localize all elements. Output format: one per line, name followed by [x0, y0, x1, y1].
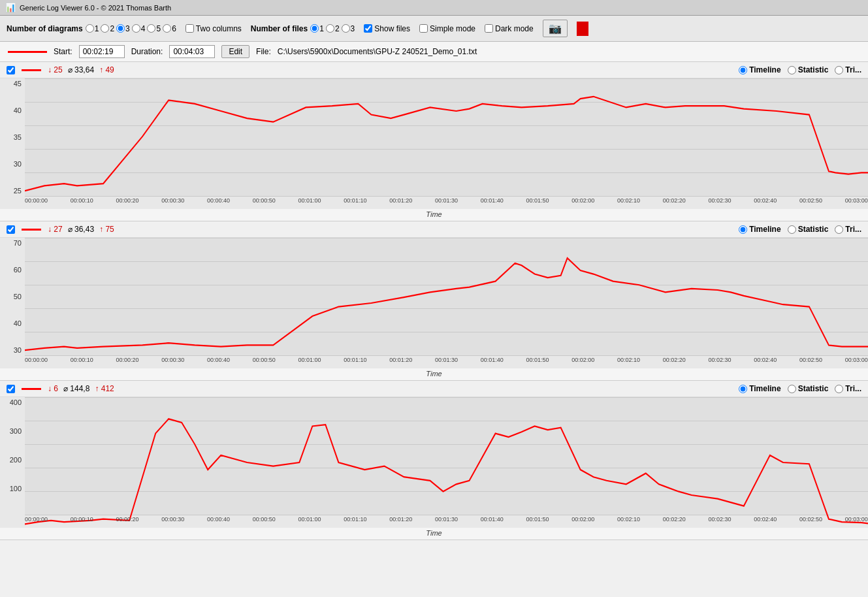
- chart-stats-2: ↓ 27⌀ 36,43↑ 75: [48, 225, 114, 234]
- view-option-1-2[interactable]: Tri...: [835, 65, 861, 74]
- file-3-radio[interactable]: [342, 24, 350, 33]
- chart-stats-1: ↓ 25⌀ 33,64↑ 49: [48, 65, 114, 74]
- view-radio-2-2[interactable]: [835, 225, 843, 234]
- view-option-1-0[interactable]: Timeline: [739, 65, 780, 74]
- simple-mode-checkbox[interactable]: [419, 24, 428, 33]
- chart-line-color-3: [22, 388, 41, 390]
- diagram-4-label[interactable]: 4: [132, 24, 146, 33]
- diagram-4-radio[interactable]: [132, 24, 140, 33]
- file-2-label[interactable]: 2: [326, 24, 340, 33]
- x-label: 00:02:50: [799, 516, 822, 523]
- file-2-radio[interactable]: [326, 24, 334, 33]
- stat-up-3: ↑ 412: [95, 384, 114, 393]
- edit-button[interactable]: Edit: [221, 45, 249, 58]
- two-columns-label[interactable]: Two columns: [185, 24, 242, 33]
- camera-button[interactable]: 📷: [543, 20, 568, 37]
- view-option-1-1[interactable]: Statistic: [788, 65, 829, 74]
- diagram-radio-group: 1 2 3 4 5 6: [86, 24, 176, 33]
- x-label: 00:00:20: [116, 197, 139, 204]
- chart-checkbox-2[interactable]: [7, 225, 15, 234]
- x-label: 00:02:30: [708, 357, 731, 363]
- duration-label: Duration:: [131, 47, 163, 56]
- view-option-3-2[interactable]: Tri...: [835, 384, 861, 393]
- time-label-1: Time: [0, 209, 868, 221]
- x-label: 00:01:40: [481, 197, 504, 204]
- diagram-2-radio[interactable]: [101, 24, 109, 33]
- dark-mode-checkbox[interactable]: [485, 24, 493, 33]
- chart-view-options-3: Timeline Statistic Tri...: [739, 384, 861, 393]
- simple-mode-label[interactable]: Simple mode: [419, 24, 475, 33]
- view-option-2-0[interactable]: Timeline: [739, 225, 780, 234]
- diagram-5-label[interactable]: 5: [147, 24, 161, 33]
- y-label: 30: [1, 160, 24, 168]
- y-axis-3: 400300200100: [0, 397, 25, 515]
- view-option-3-0[interactable]: Timeline: [739, 384, 780, 393]
- x-axis-3: 00:00:0000:00:1000:00:2000:00:3000:00:40…: [25, 515, 868, 528]
- start-input[interactable]: 00:02:19: [79, 45, 125, 58]
- file-label: File:: [256, 47, 271, 56]
- x-label: 00:02:50: [799, 197, 822, 204]
- diagram-5-radio[interactable]: [147, 24, 155, 33]
- two-columns-checkbox[interactable]: [185, 24, 194, 33]
- file-radio-group: 1 2 3: [310, 24, 355, 33]
- stat-down-1: ↓ 25: [48, 65, 63, 74]
- num-diagrams-label: Number of diagrams: [7, 24, 83, 33]
- diagram-6-label[interactable]: 6: [163, 24, 176, 33]
- show-files-label[interactable]: Show files: [364, 24, 410, 33]
- file-1-radio[interactable]: [310, 24, 319, 33]
- diagram-3-label[interactable]: 3: [116, 24, 130, 33]
- chart-checkbox-1[interactable]: [7, 66, 15, 74]
- show-files-checkbox[interactable]: [364, 24, 372, 33]
- stat-avg-3: ⌀ 144,8: [63, 384, 89, 393]
- x-label: 00:01:30: [435, 197, 458, 204]
- chart-section-3: ↓ 6⌀ 144,8↑ 412 Timeline Statistic Tri..…: [0, 381, 868, 540]
- x-label: 00:01:00: [298, 357, 321, 363]
- y-label: 25: [1, 187, 24, 195]
- view-radio-1-0[interactable]: [739, 66, 747, 74]
- chart-checkbox-3[interactable]: [7, 385, 15, 393]
- view-radio-1-2[interactable]: [835, 66, 843, 74]
- view-option-3-1[interactable]: Statistic: [788, 384, 829, 393]
- num-diagrams-group: Number of diagrams 1 2 3 4 5 6: [7, 24, 176, 33]
- file-1-label[interactable]: 1: [310, 24, 324, 33]
- diagram-3-radio[interactable]: [116, 24, 125, 33]
- show-files-group: Show files: [364, 24, 410, 33]
- view-option-2-1[interactable]: Statistic: [788, 225, 829, 234]
- view-radio-2-0[interactable]: [739, 225, 747, 234]
- chart-section-1: ↓ 25⌀ 33,64↑ 49 Timeline Statistic Tri..…: [0, 62, 868, 221]
- time-label-3: Time: [0, 528, 868, 540]
- diagram-1-label[interactable]: 1: [86, 24, 99, 33]
- view-option-2-2[interactable]: Tri...: [835, 225, 861, 234]
- x-label: 00:01:40: [481, 357, 504, 363]
- num-files-group: Number of files 1 2 3: [251, 24, 355, 33]
- stat-up-1: ↑ 49: [99, 65, 114, 74]
- diagram-2-label[interactable]: 2: [101, 24, 114, 33]
- x-label: 00:02:40: [754, 516, 777, 523]
- extra-button[interactable]: [577, 22, 588, 36]
- view-radio-3-0[interactable]: [739, 385, 747, 393]
- duration-input[interactable]: 00:04:03: [169, 45, 215, 58]
- view-radio-3-1[interactable]: [788, 385, 796, 393]
- x-label: 00:01:30: [435, 516, 458, 523]
- x-label: 00:02:50: [799, 357, 822, 363]
- chart-header-2: ↓ 27⌀ 36,43↑ 75 Timeline Statistic Tri..…: [0, 221, 868, 238]
- view-radio-3-2[interactable]: [835, 385, 843, 393]
- time-label-2: Time: [0, 368, 868, 380]
- y-label: 50: [1, 293, 24, 300]
- view-radio-1-1[interactable]: [788, 66, 796, 74]
- diagram-1-radio[interactable]: [86, 24, 94, 33]
- x-axis-1: 00:00:0000:00:1000:00:2000:00:3000:00:40…: [25, 196, 868, 209]
- file-3-label[interactable]: 3: [342, 24, 355, 33]
- stat-up-2: ↑ 75: [99, 225, 114, 234]
- y-label: 200: [1, 456, 24, 464]
- y-label: 40: [1, 319, 24, 327]
- view-radio-2-1[interactable]: [788, 225, 796, 234]
- x-label: 00:02:40: [754, 357, 777, 363]
- num-files-label: Number of files: [251, 24, 308, 33]
- x-label: 00:02:00: [571, 357, 594, 363]
- y-label: 30: [1, 346, 24, 354]
- diagram-6-radio[interactable]: [163, 24, 171, 33]
- stat-down-3: ↓ 6: [48, 384, 58, 393]
- x-label: 00:03:00: [845, 516, 868, 523]
- dark-mode-label[interactable]: Dark mode: [485, 24, 534, 33]
